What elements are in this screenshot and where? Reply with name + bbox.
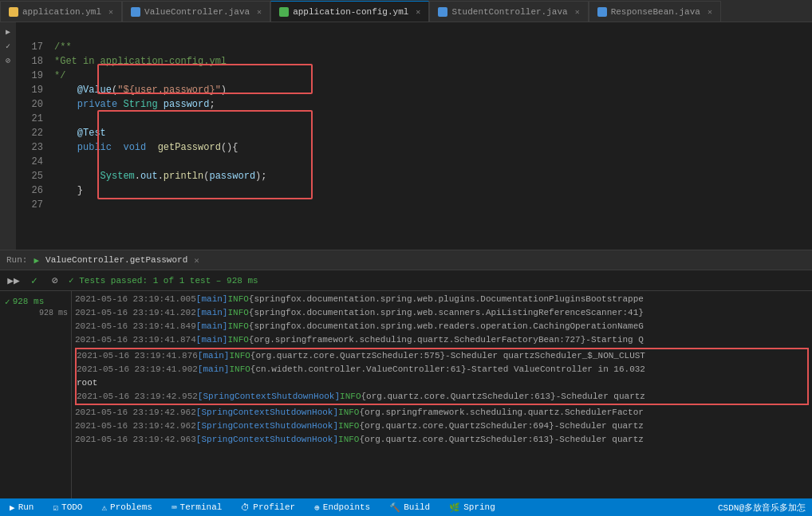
code-line: System.out.println(password); — [48, 169, 812, 183]
terminal-icon: ⌨ — [171, 502, 177, 513]
build-icon: 🔨 — [389, 502, 400, 513]
status-endpoints[interactable]: ⊕ Endpoints — [311, 498, 373, 516]
endpoints-icon: ⊕ — [314, 502, 320, 513]
code-line: */ — [48, 69, 812, 83]
problems-label: Problems — [110, 502, 152, 512]
sidebar-sub-time: 928 ms — [0, 309, 71, 317]
status-bar: ▶ Run ☑ TODO ⚠ Problems ⌨ Terminal ⏱ Pro… — [0, 498, 812, 516]
editor-content[interactable]: /** *Get in application-config.yml */ @V… — [48, 22, 812, 250]
spring-icon: 🌿 — [449, 502, 460, 513]
restart-btn[interactable]: ▶▶ — [6, 274, 21, 288]
run-label: Run: — [6, 255, 27, 265]
sidebar-duration: 928 ms — [13, 297, 45, 306]
code-line: *Get in application-config.yml — [48, 54, 812, 69]
log-line: 2021-05-16 23:19:42.962 [SpringContextSh… — [75, 419, 809, 433]
test-result: ✓ Tests passed: 1 of 1 test – 928 ms — [69, 275, 258, 286]
console-sidebar: ✓ 928 ms 928 ms — [0, 291, 72, 498]
main-content: ▶ ✓ ⊘ 17 18 19 19 20 21 22 23 24 25 26 2… — [0, 22, 812, 250]
log-line: 2021-05-16 23:19:41.874 [main] INFO {org… — [75, 333, 809, 347]
java-icon — [597, 7, 607, 17]
todo-label: TODO — [61, 502, 82, 512]
tab-close[interactable]: ✕ — [575, 7, 580, 17]
status-build[interactable]: 🔨 Build — [386, 498, 433, 516]
status-profiler[interactable]: ⏱ Profiler — [238, 498, 298, 516]
status-run[interactable]: ▶ Run — [6, 498, 37, 516]
tab-bar: application.yml ✕ ValueController.java ✕… — [0, 0, 812, 22]
left-sidebar: ▶ ✓ ⊘ — [0, 22, 16, 250]
console-panel: ✓ 928 ms 928 ms 2021-05-16 23:19:41.005 … — [0, 291, 812, 498]
code-line — [48, 198, 812, 212]
log-line-highlight: 2021-05-16 23: 19:42.952 [SpringContextS… — [77, 390, 807, 404]
code-line: private String password; — [48, 97, 812, 112]
tab-close[interactable]: ✕ — [108, 7, 113, 17]
editor-area: 17 18 19 19 20 21 22 23 24 25 26 27 /** … — [16, 22, 812, 250]
status-problems[interactable]: ⚠ Problems — [98, 498, 155, 516]
tab-label: application.yml — [22, 7, 101, 17]
run-icon[interactable]: ▶ — [2, 26, 14, 38]
tab-application-config-yml[interactable]: application-config.yml ✕ — [270, 1, 429, 22]
log-line: 2021-05-16 23:19:41.005 [main] INFO {spr… — [75, 293, 809, 306]
status-todo[interactable]: ☑ TODO — [49, 498, 85, 516]
endpoints-label: Endpoints — [323, 502, 370, 512]
sidebar-test-item[interactable]: ✓ 928 ms — [0, 294, 71, 309]
tab-close[interactable]: ✕ — [416, 7, 420, 17]
run-close[interactable]: ✕ — [194, 255, 199, 266]
tab-label: ResponseBean.java — [611, 7, 700, 17]
java-icon — [131, 7, 140, 17]
log-line: 2021-05-16 23:19:42.963 [SpringContextSh… — [75, 433, 809, 447]
code-line — [48, 112, 812, 126]
yml-icon — [9, 7, 18, 17]
log-line: 2021-05-16 23:19:41.849 [main] INFO {spr… — [75, 320, 809, 333]
code-line: } — [48, 183, 812, 198]
log-line: 2021-05-16 23:19:42.962 [SpringContextSh… — [75, 406, 809, 419]
stop-icon[interactable]: ⊘ — [2, 54, 14, 67]
profiler-label: Profiler — [253, 502, 295, 512]
spring-label: Spring — [463, 502, 495, 512]
status-terminal[interactable]: ⌨ Terminal — [168, 498, 225, 516]
tab-close[interactable]: ✕ — [257, 7, 262, 17]
java-icon — [438, 7, 447, 17]
build-label: Build — [404, 502, 430, 512]
terminal-label: Terminal — [180, 502, 223, 512]
code-line: public void getPassword(){ — [48, 140, 812, 155]
stop-btn[interactable]: ⊘ — [48, 274, 62, 288]
tab-close[interactable]: ✕ — [708, 7, 712, 17]
console-log[interactable]: 2021-05-16 23:19:41.005 [main] INFO {spr… — [72, 291, 812, 498]
code-line — [48, 26, 812, 40]
test-bar: ▶▶ ✓ ⊘ ✓ Tests passed: 1 of 1 test – 928… — [0, 270, 812, 291]
status-spring[interactable]: 🌿 Spring — [446, 498, 499, 516]
status-right: CSDN@多放音乐多加怎 — [718, 502, 806, 514]
tab-student-controller[interactable]: StudentController.java ✕ — [429, 1, 588, 22]
run-status-icon: ▶ — [10, 502, 15, 513]
todo-icon: ☑ — [53, 502, 58, 513]
code-line — [48, 155, 812, 169]
check-icon: ✓ — [2, 40, 14, 53]
tab-label: ValueController.java — [144, 7, 250, 17]
run-tab-name[interactable]: ValueController.getPassword — [45, 255, 187, 265]
tab-application-yml[interactable]: application.yml ✕ — [0, 1, 122, 22]
tab-label: application-config.yml — [293, 7, 408, 17]
code-line: @Test — [48, 126, 812, 140]
code-line: /** — [48, 40, 812, 54]
log-line: 2021-05-16 23:19:41.202 [main] INFO {spr… — [75, 306, 809, 320]
log-line-highlight: 2021-05-16 23: 19:41.876 [main] INFO {or… — [77, 349, 807, 363]
check-btn[interactable]: ✓ — [27, 274, 41, 288]
run-bar: Run: ▶ ValueController.getPassword ✕ — [0, 250, 812, 270]
yml-icon — [279, 7, 289, 17]
tab-value-controller[interactable]: ValueController.java ✕ — [122, 1, 270, 22]
line-numbers: 17 18 19 19 20 21 22 23 24 25 26 27 — [16, 22, 48, 250]
log-group-highlighted: 2021-05-16 23: 19:41.876 [main] INFO {or… — [75, 348, 809, 405]
profiler-icon: ⏱ — [241, 502, 250, 513]
right-text: CSDN@多放音乐多加怎 — [718, 502, 806, 514]
run-status-label: Run — [18, 502, 34, 512]
run-icon-small: ▶ — [34, 255, 39, 266]
log-line-highlight: 2021-05-16 23: 19:41.902 [main] INFO {cn… — [77, 363, 807, 376]
tab-label: StudentController.java — [451, 7, 567, 17]
log-line-root: root — [77, 376, 807, 390]
tab-response-bean[interactable]: ResponseBean.java ✕ — [589, 1, 721, 22]
problems-icon: ⚠ — [101, 502, 107, 513]
code-line: @Value("${user.password}") — [48, 83, 812, 97]
